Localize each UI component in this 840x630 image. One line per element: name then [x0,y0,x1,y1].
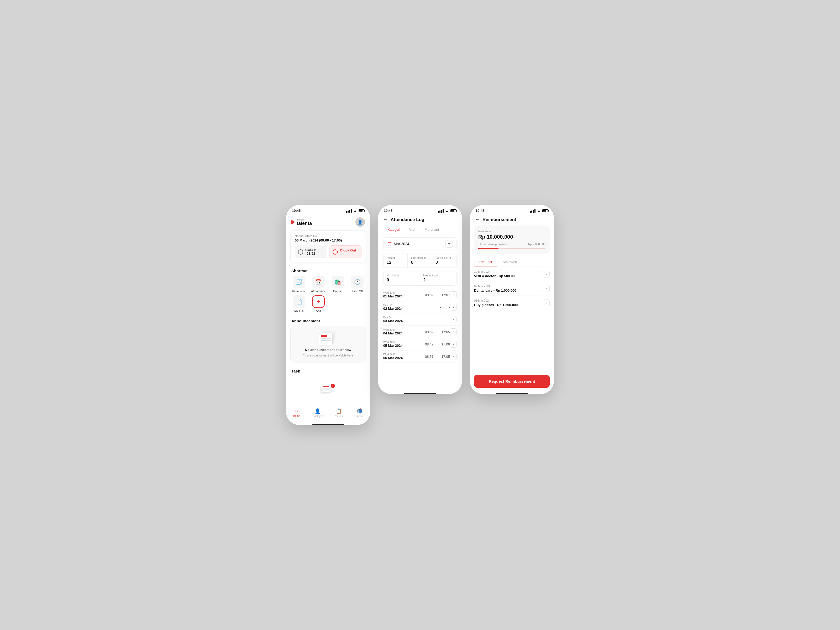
back-button-2[interactable]: ← [383,217,388,222]
tab-request[interactable]: Request [474,258,497,267]
att-in-5: 08:47 [425,342,434,346]
att-arrow-1[interactable]: › [450,291,457,298]
att-type-4: Work Shift [383,328,425,331]
att-left-2: Day Off 02 Mar 2024 [383,304,440,311]
phone3-content: ← Reimbursement Insurance Rp 10.000.000 … [470,215,554,371]
att-arrow-4[interactable]: › [450,328,457,335]
no-clock-out-label: No clock out [423,274,453,277]
shortcut-title: Shortcut [286,266,370,276]
month-selector: 📅 Mar 2024 ▼ [383,237,457,250]
reimb-info-1: 12 Mar 2024 Visit a doctor - Rp 500.000 [474,270,516,278]
att-date-2: 02 Mar 2024 [383,306,440,311]
reimb-desc-1: Visit a doctor - Rp 500.000 [474,274,516,278]
shortcut-my-file[interactable]: 📄 My File [291,295,308,313]
shortcut-attendance[interactable]: 📅 Attendance [310,276,327,293]
att-arrow-2[interactable]: › [450,304,457,311]
nav-request[interactable]: 📋 Request [328,407,349,419]
table-row: Day Off 02 Mar 2024 - - › [383,301,457,313]
clock-in-label: Clock In [305,248,317,251]
shortcut-time-off[interactable]: 🕐 Time Off [349,276,366,293]
reimb-arrow-1[interactable]: › [543,271,549,278]
request-nav-icon: 📋 [336,408,341,414]
progress-bar-fill [478,248,499,249]
balance-value: Rp 7.000.000 [528,243,545,246]
reimb-arrow-2[interactable]: › [543,285,549,292]
reimb-desc-2: Dental care - Rp 1.000.000 [474,289,516,292]
reimbursement-list: 12 Mar 2024 Visit a doctor - Rp 500.000 … [474,270,549,310]
att-left-1: Work Shift 01 Mar 2024 [383,291,425,298]
phone-reimbursement: 19:45 ▲ ← Reimbursement [470,205,554,394]
att-in-6: 08:51 [425,355,434,358]
status-icons-1: ▲ [346,209,364,213]
request-reimbursement-button[interactable]: Request Reimbursement [474,375,549,388]
reimb-arrow-3[interactable]: › [543,300,549,306]
employee-nav-icon: 👤 [315,408,321,414]
nav-employee[interactable]: 👤 Employee [307,407,328,419]
att-type-6: Work Shift [383,353,425,356]
early-value: 0 [436,260,453,265]
phone2-content: ← Attendance Log Kategori Akun Merchant … [378,215,462,392]
clock-in-button[interactable]: ✓ Clock In 08:51 [295,245,327,258]
reimbursement-footer: Request Reimbursement [470,371,554,392]
logo-talenta: talenta [297,221,312,226]
inbox-nav-label: Inbox [357,415,363,418]
tab-merchant[interactable]: Merchant [420,226,443,234]
stat-no-clock-out: No clock out 2 [420,272,457,285]
nav-inbox[interactable]: 📬 Inbox [349,407,370,419]
shortcut-reimburse[interactable]: 🧾 Reimburse [291,276,308,293]
att-times-4: 08:52 17:05 [425,330,450,334]
logo-area: mekari talenta [291,219,312,226]
clock-out-label: Clock Out [340,248,356,252]
att-arrow-6[interactable]: › [450,353,457,360]
att-arrow-3[interactable]: › [450,316,457,323]
status-bar-2: 19:45 ▲ [378,205,462,215]
reimb-date-2: 07 Mar 2024 [474,284,516,288]
svg-rect-4 [324,389,329,390]
late-label: Late clock in [411,256,429,259]
tab-kategori[interactable]: Kategori [383,226,404,234]
att-type-2: Day Off [383,304,440,306]
my-file-icon: 📄 [293,295,305,308]
absent-value: 12 [387,260,404,265]
early-label: Early clock in [436,256,453,259]
signal-icon-3 [530,209,535,213]
tab-approved[interactable]: Approved [497,258,523,267]
tab-akun[interactable]: Akun [404,226,420,234]
att-out-6: 17:05 [441,355,450,358]
att-times-3: - - [440,317,450,322]
attendance-label: Attendance [311,289,326,293]
list-item: 12 Mar 2024 Visit a doctor - Rp 500.000 … [474,270,549,281]
att-date-5: 05 Mar 2024 [383,344,425,347]
clock-row: ✓ Clock In 08:51 − Clock Out - [295,245,362,258]
att-type-3: Day Off [383,316,440,319]
table-row: Work Shift 06 Mar 2024 08:51 17:05 › [383,351,457,363]
reimb-desc-3: Buy glasses - Rp 1.500.000 [474,303,518,307]
reimburse-label: Reimburse [292,289,306,293]
phone-home: 19:45 ▲ mekari [286,205,370,425]
att-times-5: 08:47 17:06 [425,342,450,346]
nav-home[interactable]: ⌂ Home [286,407,307,419]
att-arrow-5[interactable]: › [450,341,457,347]
status-bar-3: 19:45 ▲ [470,205,554,215]
announcement-title: Announcement [286,316,370,326]
clock-out-info: Clock Out - [340,248,356,256]
shortcut-add[interactable]: + Add [310,295,327,313]
signal-icon-2 [438,209,444,213]
reimbursement-header: ← Reimbursement [470,215,554,226]
back-button-3[interactable]: ← [475,217,480,222]
balance-label: The remaining balance [478,243,508,246]
clock-out-button[interactable]: − Clock Out - [329,245,362,258]
shortcut-payslip[interactable]: 🛍️ Payslip [329,276,346,293]
payslip-label: Payslip [333,289,342,293]
month-dropdown-button[interactable]: ▼ [445,240,453,248]
att-in-1: 08:52 [425,293,434,297]
no-clock-in-label: No clock in [387,274,417,277]
reimburse-icon: 🧾 [293,276,305,288]
avatar[interactable]: 👤 [355,217,365,227]
table-row: Day Off 03 Mar 2024 - - › [383,313,457,326]
stats-grid-1: Absent 12 Late clock in 0 Early clock in… [383,254,457,268]
att-in-3: - [440,317,441,322]
stats-grid-2: No clock in 0 No clock out 2 [383,271,457,286]
stat-early: Early clock in 0 [432,254,456,268]
home-indicator-3 [496,393,527,394]
